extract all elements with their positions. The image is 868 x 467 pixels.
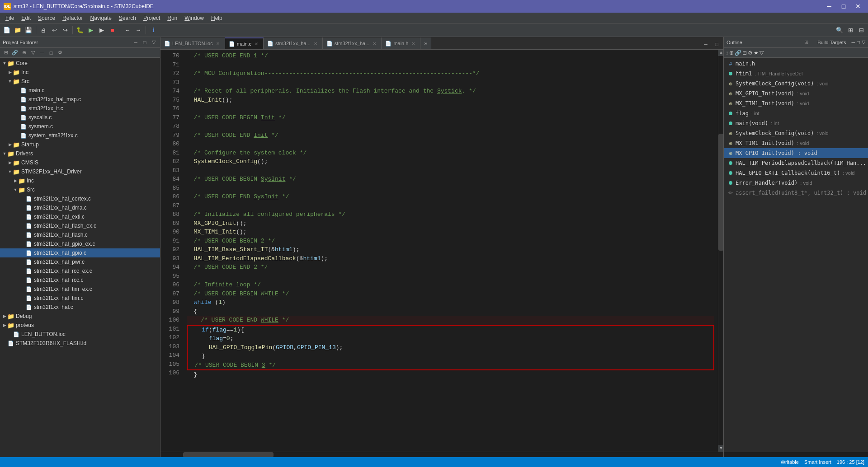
menu-help[interactable]: Help bbox=[208, 13, 226, 23]
pe-link-btn[interactable]: 🔗 bbox=[11, 49, 19, 57]
outline-item-sysclock-config[interactable]: ⊕ SystemClock_Config(void) : void bbox=[724, 79, 868, 89]
outline-item-mx-tim1-init[interactable]: ⊕ MX_TIM1_Init(void) : void bbox=[724, 98, 868, 108]
toolbar-open-button[interactable]: 📁 bbox=[13, 25, 23, 35]
tree-item-hal[interactable]: 📄 stm32f1xx_hal.c bbox=[0, 303, 160, 312]
tree-item-hal-cortex[interactable]: 📄 stm32f1xx_hal_cortex.c bbox=[0, 194, 160, 203]
tab-main-c[interactable]: 📄 main.c ✕ bbox=[225, 37, 264, 49]
tab-main-h-close[interactable]: ✕ bbox=[410, 40, 416, 47]
tree-item-sysmem[interactable]: 📄 sysmem.c bbox=[0, 122, 160, 131]
toolbar-info-button[interactable]: ℹ bbox=[148, 25, 158, 35]
tab-stm32f1xx-ha-1[interactable]: 📄 stm32f1xx_ha... ✕ bbox=[264, 37, 323, 49]
tree-item-cmsis[interactable]: ▶ 📁 CMSIS bbox=[0, 158, 160, 167]
tree-item-inc2[interactable]: ▶ 📁 Inc bbox=[0, 176, 160, 185]
outline-minimize-btn[interactable]: ─ bbox=[852, 40, 855, 45]
toolbar-debug-button[interactable]: 🐛 bbox=[75, 25, 85, 35]
pe-minimize-btn[interactable]: ─ bbox=[132, 39, 139, 46]
tree-item-hal-rcc-ex[interactable]: 📄 stm32f1xx_hal_rcc_ex.c bbox=[0, 266, 160, 276]
tab-stm32f1xx-ha-2[interactable]: 📄 stm32f1xx_ha... ✕ bbox=[323, 37, 382, 49]
toolbar-layout1-button[interactable]: ⊞ bbox=[845, 25, 855, 35]
tab-ha1-close[interactable]: ✕ bbox=[312, 40, 319, 47]
outline-filter-btn[interactable]: ⊕ bbox=[729, 50, 734, 56]
outline-item-mx-tim1-init-2[interactable]: ⊕ MX_TIM1_Init(void) : void bbox=[724, 138, 868, 148]
tree-item-system-stm32[interactable]: 📄 system_stm32f1xx.c bbox=[0, 131, 160, 140]
outline-maximize-btn[interactable]: □ bbox=[857, 40, 860, 45]
toolbar-save-button[interactable]: 💾 bbox=[24, 25, 33, 35]
tree-item-src[interactable]: ▼ 📁 Src bbox=[0, 77, 160, 86]
tree-item-len-button-ioc[interactable]: 📄 LEN_BUTTON.ioc bbox=[0, 330, 160, 339]
menu-source[interactable]: Source bbox=[34, 13, 59, 23]
build-targets-tab[interactable]: Build Targets bbox=[814, 40, 849, 45]
tab-ha2-close[interactable]: ✕ bbox=[371, 40, 377, 47]
pe-more-btn[interactable]: ▽ bbox=[29, 49, 37, 57]
pe-maximize-btn[interactable]: □ bbox=[141, 39, 148, 46]
outline-item-flag[interactable]: flag : int bbox=[724, 108, 868, 118]
toolbar-new-button[interactable]: 📄 bbox=[2, 25, 12, 35]
toolbar-layout2-button[interactable]: ⊟ bbox=[856, 25, 866, 35]
menu-window[interactable]: Window bbox=[181, 13, 208, 23]
toolbar-undo-button[interactable]: ↩ bbox=[49, 25, 59, 35]
tree-item-hal-dma[interactable]: 📄 stm32f1xx_hal_dma.c bbox=[0, 203, 160, 212]
tree-item-hal-tim-ex[interactable]: 📄 stm32f1xx_hal_tim_ex.c bbox=[0, 285, 160, 294]
tab-overflow-button[interactable]: » bbox=[420, 37, 431, 49]
tab-ioc-close[interactable]: ✕ bbox=[215, 40, 221, 47]
outline-link-btn[interactable]: 🔗 bbox=[735, 50, 741, 56]
editor-hscrollbar[interactable] bbox=[160, 452, 723, 457]
tab-main-h[interactable]: 📄 main.h ✕ bbox=[382, 37, 420, 49]
outline-item-assert-failed[interactable]: ✏ assert_failed(uint8_t*, uint32_t) : vo… bbox=[724, 188, 868, 198]
outline-item-main-h[interactable]: # main.h bbox=[724, 59, 868, 69]
editor-scrollbar[interactable]: ▲ ▼ bbox=[718, 50, 723, 452]
menu-run[interactable]: Run bbox=[164, 13, 181, 23]
tab-action-max[interactable]: □ bbox=[712, 39, 722, 49]
tree-item-hal-rcc[interactable]: 📄 stm32f1xx_hal_rcc.c bbox=[0, 276, 160, 285]
scrollbar-thumb[interactable] bbox=[718, 134, 723, 251]
pe-filter-btn[interactable]: ⊕ bbox=[20, 49, 28, 57]
tree-item-hal-exti[interactable]: 📄 stm32f1xx_hal_exti.c bbox=[0, 212, 160, 221]
outline-hscrollbar[interactable] bbox=[724, 452, 868, 457]
pe-menu-btn[interactable]: ▽ bbox=[150, 39, 157, 46]
outline-menu-btn[interactable]: ▽ bbox=[862, 39, 865, 45]
tree-item-main-c[interactable]: 📄 main.c bbox=[0, 86, 160, 95]
toolbar-redo-button[interactable]: ↪ bbox=[60, 25, 70, 35]
tree-item-hal-driver[interactable]: ▼ 📁 STM32F1xx_HAL_Driver bbox=[0, 167, 160, 176]
outline-sort-btn[interactable]: ↕ bbox=[726, 50, 728, 56]
tree-item-debug[interactable]: ▶ 📁 Debug bbox=[0, 312, 160, 321]
tree-item-proteus[interactable]: ▶ 📁 proteus bbox=[0, 321, 160, 330]
tab-len-button-ioc[interactable]: 📄 LEN_BUTTON.ioc ✕ bbox=[160, 37, 225, 49]
outline-collapse-btn[interactable]: ⊟ bbox=[742, 50, 747, 56]
minimize-button[interactable]: ─ bbox=[823, 0, 835, 13]
tree-item-flash-ld[interactable]: 📄 STM32F103R6HX_FLASH.ld bbox=[0, 339, 160, 348]
tree-item-hal-flash[interactable]: 📄 stm32f1xx_hal_flash.c bbox=[0, 230, 160, 239]
tree-item-hal-tim[interactable]: 📄 stm32f1xx_hal_tim.c bbox=[0, 294, 160, 303]
outline-item-hal-gpio-exti[interactable]: HAL_GPIO_EXTI_Callback(uint16_t) : void bbox=[724, 168, 868, 178]
tree-item-stm32f1xx-hal-msp[interactable]: 📄 stm32f1xx_hal_msp.c bbox=[0, 95, 160, 104]
tree-item-hal-flash-ex[interactable]: 📄 stm32f1xx_hal_flash_ex.c bbox=[0, 221, 160, 230]
menu-project[interactable]: Project bbox=[140, 13, 164, 23]
tree-item-core[interactable]: ▼ 📁 Core bbox=[0, 59, 160, 68]
pe-collapse-btn[interactable]: ⊟ bbox=[2, 49, 10, 57]
outline-item-main-void[interactable]: main(void) : int bbox=[724, 118, 868, 128]
outline-item-hal-tim-period-callback[interactable]: HAL_TIM_PeriodElapsedCallback(TIM_Han... bbox=[724, 158, 868, 168]
maximize-button[interactable]: □ bbox=[837, 0, 850, 13]
tree-item-hal-gpio[interactable]: 📄 stm32f1xx_hal_gpio.c bbox=[0, 248, 160, 257]
toolbar-run-button[interactable]: ▶ bbox=[86, 25, 96, 35]
toolbar-search-button[interactable]: 🔍 bbox=[835, 25, 844, 35]
outline-star-btn[interactable]: ★ bbox=[754, 50, 759, 56]
scrollbar-up-btn[interactable]: ▲ bbox=[718, 50, 723, 56]
tree-item-src2[interactable]: ▼ 📁 Src bbox=[0, 185, 160, 194]
toolbar-run2-button[interactable]: ▶ bbox=[97, 25, 107, 35]
outline-item-mx-gpio-init-2[interactable]: ⊕ MX_GPIO_Init(void) : void bbox=[724, 148, 868, 158]
code-content[interactable]: /* USER CODE END 1 */ /* MCU Configurati… bbox=[183, 50, 718, 452]
toolbar-stop-button[interactable]: ■ bbox=[108, 25, 118, 35]
tree-item-inc[interactable]: ▶ 📁 Inc bbox=[0, 68, 160, 77]
toolbar-print-button[interactable]: 🖨 bbox=[38, 25, 48, 35]
tree-item-drivers[interactable]: ▼ 📁 Drivers bbox=[0, 149, 160, 158]
menu-navigate[interactable]: Navigate bbox=[86, 13, 115, 23]
tree-item-syscalls[interactable]: 📄 syscalls.c bbox=[0, 113, 160, 122]
scrollbar-down-btn[interactable]: ▼ bbox=[718, 445, 723, 452]
tree-item-stm32f1xx-it[interactable]: 📄 stm32f1xx_it.c bbox=[0, 104, 160, 113]
close-button[interactable]: ✕ bbox=[852, 0, 864, 13]
toolbar-forward-button[interactable]: → bbox=[133, 25, 143, 35]
outline-gear-btn[interactable]: ⚙ bbox=[748, 50, 753, 56]
outline-item-mx-gpio-init[interactable]: ⊕ MX_GPIO_Init(void) : void bbox=[724, 89, 868, 98]
pe-maximize2-btn[interactable]: □ bbox=[47, 49, 55, 57]
